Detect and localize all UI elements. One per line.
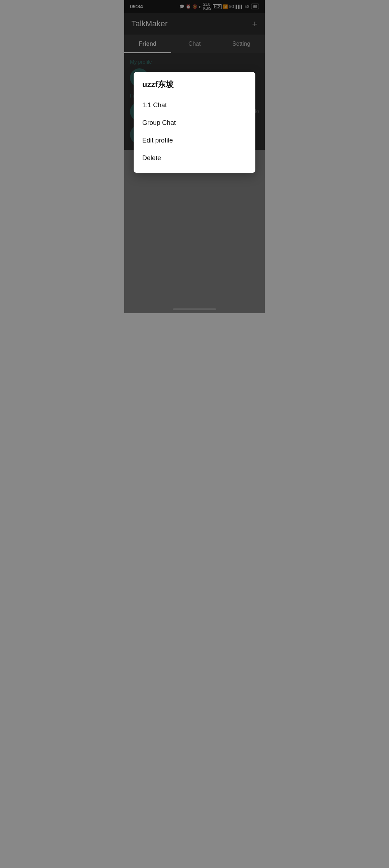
- context-menu-dialog: uzzf东坡 1:1 Chat Group Chat Edit profile …: [134, 72, 255, 173]
- context-menu-delete[interactable]: Delete: [142, 149, 247, 167]
- context-menu-one-to-one-chat[interactable]: 1:1 Chat: [142, 96, 247, 114]
- context-menu-edit-profile[interactable]: Edit profile: [142, 132, 247, 149]
- context-menu-group-chat[interactable]: Group Chat: [142, 114, 247, 132]
- context-menu-title: uzzf东坡: [142, 79, 247, 90]
